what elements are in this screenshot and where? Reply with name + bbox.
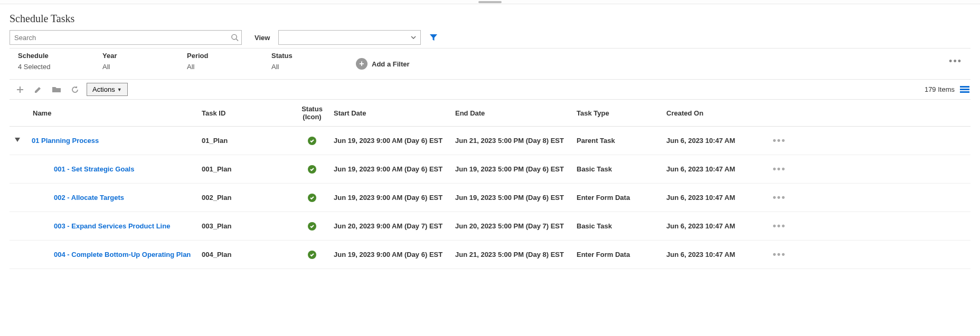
filter-label: Year [102,52,170,60]
created-on: Jun 6, 2023 10:47 AM [663,163,764,175]
status-cell [294,220,331,233]
end-date: Jun 20, 2023 5:00 PM (Day 7) EST [452,220,573,232]
table-row[interactable]: 001 - Set Strategic Goals001_PlanJun 19,… [10,155,970,184]
svg-rect-6 [960,91,969,93]
status-cell [294,135,331,147]
start-date: Jun 19, 2023 9:00 AM (Day 6) EST [331,248,452,261]
col-created-on[interactable]: Created On [663,104,764,122]
tasks-table: Name Task ID Status (Icon) Start Date En… [10,99,970,269]
start-date: Jun 19, 2023 9:00 AM (Day 6) EST [331,135,452,147]
task-id: 01_Plan [199,135,294,147]
task-name-link[interactable]: 01 Planning Process [30,135,199,147]
row-menu[interactable]: ••• [764,190,795,205]
table-row[interactable]: 003 - Expand Services Product Line003_Pl… [10,212,970,241]
status-cell [294,191,331,204]
view-label: View [255,34,270,42]
task-name-link[interactable]: 002 - Allocate Targets [30,191,199,204]
filter-value: All [102,63,170,71]
status-ok-icon [308,194,316,202]
search-input[interactable] [10,30,242,45]
drag-handle[interactable] [0,0,980,4]
view-select[interactable] [278,30,421,45]
search-icon[interactable] [231,34,239,42]
col-status-icon[interactable]: Status (Icon) [294,100,331,126]
add-filter-button[interactable]: + Add a Filter [347,54,418,74]
task-id: 003_Plan [199,220,294,232]
col-task-id[interactable]: Task ID [199,104,294,122]
filter-value: 4 Selected [18,63,86,71]
task-id: 001_Plan [199,163,294,175]
created-on: Jun 6, 2023 10:47 AM [663,191,764,204]
filter-label: Schedule [18,52,86,60]
filter-bar: Schedule 4 Selected Year All Period All … [10,48,970,80]
task-type: Enter Form Data [573,248,663,261]
toolbar: Actions ▼ 179 Items [10,80,970,99]
page-title: Schedule Tasks [10,13,970,25]
svg-rect-5 [960,89,969,90]
end-date: Jun 21, 2023 5:00 PM (Day 8) EST [452,248,573,261]
task-name-link[interactable]: 004 - Complete Bottom-Up Operating Plan [30,248,199,261]
col-end-date[interactable]: End Date [452,104,573,122]
table-header: Name Task ID Status (Icon) Start Date En… [10,100,970,127]
table-row[interactable]: 004 - Complete Bottom-Up Operating Plan0… [10,241,970,269]
svg-rect-4 [960,86,969,88]
task-name-link[interactable]: 003 - Expand Services Product Line [30,220,199,232]
task-type: Enter Form Data [573,191,663,204]
filter-value: All [271,63,339,71]
row-menu[interactable]: ••• [764,133,795,148]
status-ok-icon [308,165,316,174]
row-menu[interactable]: ••• [764,218,795,234]
chevron-down-icon [411,36,416,39]
svg-marker-7 [15,138,20,142]
actions-label: Actions [92,85,115,93]
plus-circle-icon: + [356,58,368,70]
row-menu[interactable]: ••• [764,161,795,177]
created-on: Jun 6, 2023 10:47 AM [663,248,764,261]
start-date: Jun 19, 2023 9:00 AM (Day 6) EST [331,163,452,175]
filter-year[interactable]: Year All [94,52,178,71]
filter-period[interactable]: Period All [178,52,263,71]
filter-icon[interactable] [429,33,438,42]
task-id: 002_Plan [199,191,294,204]
col-name[interactable]: Name [30,104,199,122]
task-name-link[interactable]: 001 - Set Strategic Goals [30,163,199,175]
filter-label: Status [271,52,339,60]
task-id: 004_Plan [199,248,294,261]
search-box[interactable] [10,30,242,45]
end-date: Jun 19, 2023 5:00 PM (Day 6) EST [452,191,573,204]
table-row[interactable]: 002 - Allocate Targets002_PlanJun 19, 20… [10,184,970,212]
add-icon[interactable] [16,85,24,94]
density-icon[interactable] [960,85,970,94]
filter-status[interactable]: Status All [263,52,347,71]
created-on: Jun 6, 2023 10:47 AM [663,220,764,232]
row-menu[interactable]: ••• [764,247,795,262]
col-task-type[interactable]: Task Type [573,104,663,122]
status-cell [294,163,331,176]
refresh-icon[interactable] [71,85,79,94]
table-row[interactable]: 01 Planning Process01_PlanJun 19, 2023 9… [10,127,970,155]
folder-icon[interactable] [52,85,61,94]
filter-schedule[interactable]: Schedule 4 Selected [10,52,94,71]
items-count: 179 Items [925,85,960,93]
end-date: Jun 21, 2023 5:00 PM (Day 8) EST [452,135,573,147]
created-on: Jun 6, 2023 10:47 AM [663,135,764,147]
add-filter-label: Add a Filter [372,60,410,68]
task-type: Parent Task [573,135,663,147]
status-ok-icon [308,251,316,259]
edit-icon[interactable] [34,85,42,94]
filter-value: All [187,63,255,71]
filter-label: Period [187,52,255,60]
col-start-date[interactable]: Start Date [331,104,452,122]
start-date: Jun 20, 2023 9:00 AM (Day 7) EST [331,220,452,232]
svg-line-1 [236,39,238,41]
task-type: Basic Task [573,163,663,175]
filter-bar-menu[interactable]: ••• [940,52,970,71]
status-ok-icon [308,222,316,231]
svg-point-0 [232,34,237,39]
task-type: Basic Task [573,220,663,232]
end-date: Jun 19, 2023 5:00 PM (Day 6) EST [452,163,573,175]
status-cell [294,248,331,261]
collapse-icon[interactable] [13,138,20,143]
caret-down-icon: ▼ [117,87,122,92]
actions-button[interactable]: Actions ▼ [87,83,128,96]
